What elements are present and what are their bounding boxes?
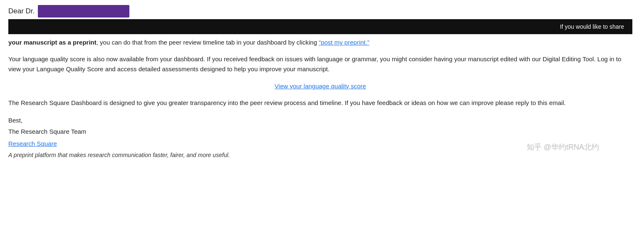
email-container: Dear Dr. If you would like to share your… — [8, 5, 632, 160]
redacted-name-block — [38, 5, 129, 18]
paragraph-dashboard: The Research Square Dashboard is designe… — [8, 98, 632, 108]
greeting-line: Dear Dr. — [8, 5, 632, 18]
team-name: The Research Square Team — [8, 126, 632, 137]
watermark: 知乎 @华约tRNA北约 — [527, 142, 599, 152]
closing-text: Best, — [8, 115, 632, 126]
view-language-quality-link[interactable]: View your language quality score — [275, 82, 366, 90]
paragraph-language-quality: Your language quality score is also now … — [8, 54, 632, 74]
bold-preprint-text: your manuscript as a preprint — [8, 39, 97, 46]
greeting-text: Dear Dr. — [8, 7, 35, 15]
paragraph1-text-after: , you can do that from the peer review t… — [97, 39, 319, 46]
redacted-bar: If you would like to share — [8, 19, 632, 34]
language-quality-link-container: View your language quality score — [8, 82, 632, 90]
email-signature: Best, The Research Square Team Research … — [8, 115, 632, 160]
redacted-bar-visible-text: If you would like to share — [560, 23, 624, 30]
post-preprint-link[interactable]: “post my preprint.” — [319, 39, 369, 46]
paragraph-preprint: your manuscript as a preprint, you can d… — [8, 38, 632, 48]
